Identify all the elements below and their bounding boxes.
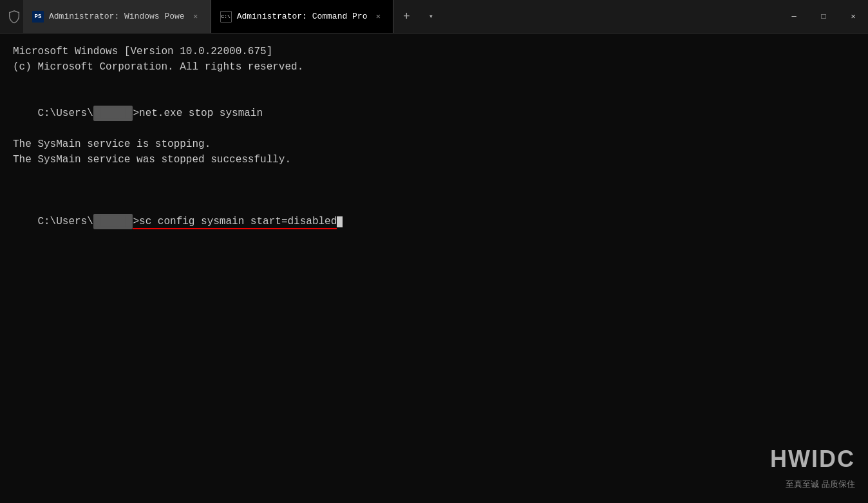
terminal-line-8 [13, 183, 855, 198]
maximize-button[interactable]: □ [809, 0, 838, 33]
sc-config-command: >sc config sysmain start=disabled [133, 216, 337, 227]
terminal-line-2: (c) Microsoft Corporation. All rights re… [13, 59, 855, 75]
titlebar: PS Administrator: Windows Powe ✕ C:\ Adm… [0, 0, 868, 33]
minimize-button[interactable]: — [779, 0, 809, 33]
terminal-line-3 [13, 75, 855, 90]
terminal-line-6: The SysMain service was stopped successf… [13, 152, 855, 167]
prompt-prefix-1: C:\Users\ [37, 108, 93, 119]
tab-cmd-close[interactable]: ✕ [372, 11, 384, 23]
terminal-line-5: The SysMain service is stopping. [13, 137, 855, 152]
prompt-prefix-2: C:\Users\ [37, 216, 93, 227]
prompt-cmd-1: >net.exe stop sysmain [133, 108, 263, 119]
terminal-line-1: Microsoft Windows [Version 10.0.22000.67… [13, 44, 855, 59]
tab-cmd[interactable]: C:\ Administrator: Command Pro ✕ [211, 0, 394, 33]
watermark-tagline: 至真至诚 品质保住 [770, 478, 855, 491]
terminal-line-9: C:\Users\██████>sc config sysmain start=… [13, 198, 855, 245]
new-tab-button[interactable]: + [393, 0, 419, 33]
shield-area [0, 0, 23, 33]
window-controls: — □ ✕ [779, 0, 868, 33]
terminal-line-7 [13, 167, 855, 183]
tab-powershell-close[interactable]: ✕ [190, 11, 202, 23]
terminal-line-4: C:\Users\██████>net.exe stop sysmain [13, 90, 855, 137]
shield-icon [7, 10, 21, 24]
terminal-cursor [337, 216, 343, 227]
cmd-icon: C:\ [220, 11, 232, 23]
powershell-icon: PS [32, 11, 44, 23]
tab-powershell-label: Administrator: Windows Powe [49, 12, 185, 21]
tabs-area: PS Administrator: Windows Powe ✕ C:\ Adm… [0, 0, 779, 33]
tabs-dropdown-button[interactable]: ▾ [419, 0, 442, 33]
watermark-logo: HWIDC [770, 442, 855, 477]
close-button[interactable]: ✕ [838, 0, 868, 33]
sc-cmd-text: >sc config sysmain start=disabled [133, 216, 337, 227]
redacted-username-2: ██████ [93, 214, 133, 229]
terminal-content[interactable]: Microsoft Windows [Version 10.0.22000.67… [0, 33, 868, 503]
watermark: HWIDC 至真至诚 品质保住 [770, 442, 855, 491]
redacted-username-1: ██████ [93, 106, 133, 121]
tab-cmd-label: Administrator: Command Pro [237, 12, 368, 21]
tab-powershell[interactable]: PS Administrator: Windows Powe ✕ [23, 0, 211, 33]
